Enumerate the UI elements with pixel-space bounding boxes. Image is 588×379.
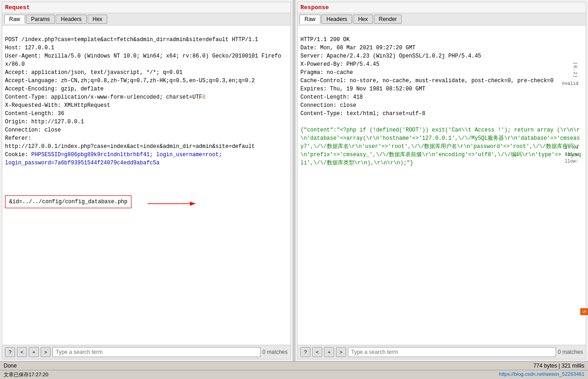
arrow-indicator [145,195,200,213]
response-tab-bar: Raw Headers Hex Render [298,13,586,26]
response-menu-button[interactable]: > [336,347,346,357]
side-badge: S [580,308,588,315]
tab-raw-request[interactable]: Raw [4,15,25,24]
watermark-text: 文章已保存17:27:20 [4,371,48,378]
request-menu-button[interactable]: > [41,347,51,357]
path-box: &id=../../config/config_database.php [5,195,131,208]
request-next-button[interactable]: + [29,347,39,357]
request-search-bar: ? < + > 0 matches [2,345,290,359]
request-line1: POST /index.php?case=template&act=fetch&… [5,37,281,166]
response-matches-label: 0 matches [558,349,583,355]
status-bar: Done 774 bytes | 321 millis [0,361,588,370]
tab-hex-request[interactable]: Hex [88,15,107,24]
response-search-bar: ? < + > 0 matches [298,345,586,359]
side-note-1: (0.2) [572,62,578,78]
request-matches-label: 0 matches [262,349,288,355]
side-note-2: nvalid [562,80,578,87]
tab-raw-response[interactable]: Raw [299,15,320,24]
request-help-button[interactable]: ? [5,347,15,357]
tab-render-response[interactable]: Render [374,15,402,24]
request-panel-title: Request [2,2,290,13]
status-done: Done [4,363,17,369]
arrow-svg [145,195,200,213]
response-headers: HTTP/1.1 200 OK Date: Mon, 08 Mar 2021 0… [300,37,554,117]
charset-highlight: 8 [202,94,205,100]
response-panel: Response Raw Headers Hex Render HTTP/1.1… [297,2,586,359]
tab-params-request[interactable]: Params [26,15,55,24]
request-body: POST /index.php?case=template&act=fetch&… [5,27,288,229]
response-content: HTTP/1.1 200 OK Date: Mon, 08 Mar 2021 0… [298,26,586,345]
watermark-link[interactable]: https://blog.csdn.net/weixin_52263461 [499,371,584,378]
cookie-highlight: PHPSESSID=g806pbg89k9rc1ndnltbrhbf41; lo… [5,152,222,166]
response-body-json: {"content":"<?php if (!defined('ROOT')) … [300,127,581,166]
response-prev-button[interactable]: < [312,347,322,357]
response-panel-title: Response [298,2,586,13]
request-content: POST /index.php?case=template&act=fetch&… [2,26,290,345]
request-search-input[interactable] [52,347,261,357]
panel-divider[interactable] [293,0,295,361]
request-tab-bar: Raw Params Headers Hex [2,13,290,26]
response-help-button[interactable]: ? [300,347,310,357]
response-body: HTTP/1.1 200 OK Date: Mon, 08 Mar 2021 0… [300,27,583,175]
path-section: &id=../../config/config_database.php [5,192,288,213]
tab-headers-response[interactable]: Headers [321,15,352,24]
request-panel: Request Raw Params Headers Hex POST /ind… [2,2,291,359]
response-next-button[interactable]: + [324,347,334,357]
bottom-bar: 文章已保存17:27:20 https://blog.csdn.net/weix… [0,370,588,379]
response-search-input[interactable] [348,347,556,357]
tab-headers-request[interactable]: Headers [56,15,86,24]
tab-hex-response[interactable]: Hex [353,15,373,24]
request-prev-button[interactable]: < [17,347,27,357]
side-note-3: z: Vaallowllow: [565,144,578,165]
status-bytes: 774 bytes | 321 millis [533,363,584,369]
